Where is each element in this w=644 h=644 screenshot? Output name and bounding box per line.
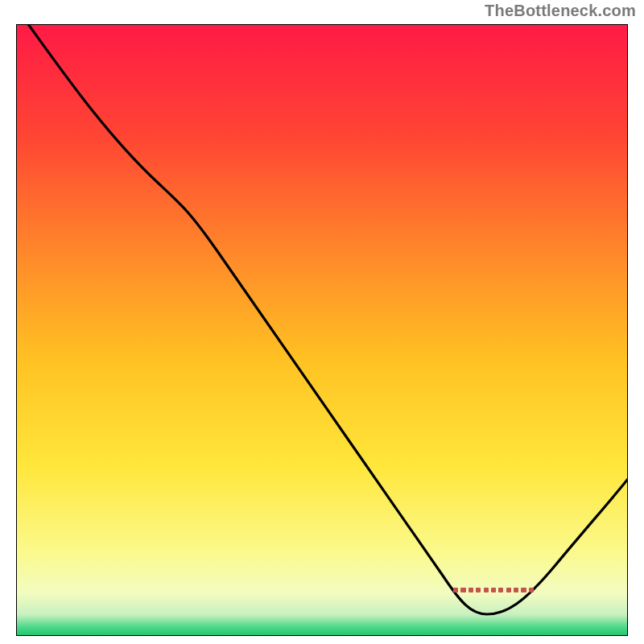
marker-dot xyxy=(514,588,518,592)
marker-dot xyxy=(498,588,503,592)
chart-svg xyxy=(16,24,628,636)
plot-area xyxy=(16,24,628,636)
marker-dot xyxy=(491,588,496,592)
marker-dot xyxy=(506,588,511,592)
marker-dot xyxy=(529,588,534,592)
marker-dot xyxy=(453,588,458,592)
optimal-range-marker xyxy=(453,588,534,596)
marker-dot xyxy=(521,588,526,592)
marker-dot xyxy=(476,588,481,592)
watermark-text: TheBottleneck.com xyxy=(485,2,636,20)
gradient-background xyxy=(16,24,628,636)
chart-container: TheBottleneck.com xyxy=(0,0,644,644)
marker-dot xyxy=(460,588,465,592)
marker-dot xyxy=(484,588,489,592)
marker-dot xyxy=(469,588,473,592)
